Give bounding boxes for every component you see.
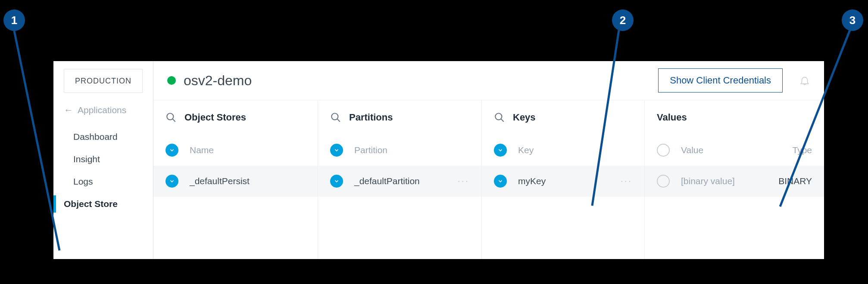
callout-badge-3: 3	[842, 9, 863, 31]
svg-line-2	[780, 30, 850, 207]
callout-badge-2: 2	[612, 9, 634, 31]
callout-line-3	[0, 0, 868, 284]
callout-badge-1: 1	[3, 9, 25, 31]
